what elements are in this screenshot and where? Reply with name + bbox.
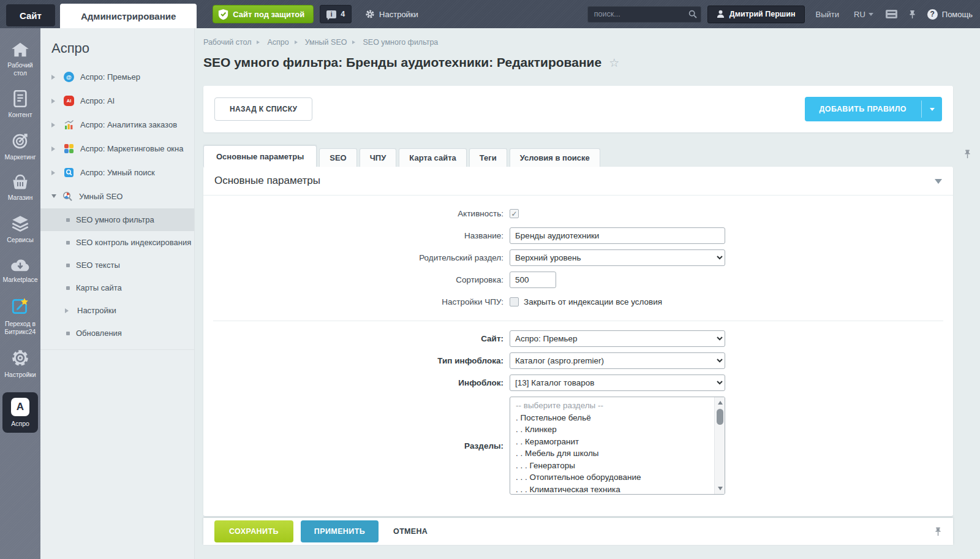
- add-rule-dropdown[interactable]: [922, 97, 942, 121]
- rail-item-aspro[interactable]: A Аспро: [2, 392, 38, 433]
- parent-section-select[interactable]: Верхний уровень: [510, 249, 725, 266]
- sidebar-item-aspro-premier[interactable]: @ Аспро: Премьер: [40, 65, 194, 89]
- sections-multiselect[interactable]: -- выберите разделы -- . Постельное бель…: [510, 397, 725, 495]
- field-activity: Активность: ✓: [203, 205, 953, 222]
- document-icon: [13, 90, 28, 107]
- search-icon[interactable]: [688, 10, 697, 18]
- cancel-button[interactable]: ОТМЕНА: [393, 527, 428, 536]
- sections-option[interactable]: . . . Климатическая техника: [510, 484, 714, 495]
- activity-checkbox[interactable]: ✓: [510, 209, 519, 218]
- breadcrumb-desktop[interactable]: Рабочий стол: [203, 38, 251, 47]
- form-divider: [213, 321, 943, 321]
- shield-check-icon: [218, 9, 228, 20]
- breadcrumb-seo-smart-filter[interactable]: SEO умного фильтра: [363, 38, 438, 47]
- sections-option[interactable]: . . Мебель для школы: [510, 447, 714, 460]
- chevron-right-icon: [51, 99, 58, 104]
- save-button[interactable]: СОХРАНИТЬ: [214, 520, 293, 542]
- rail-item-bitrix24[interactable]: Переход в Битрикс24: [1, 297, 39, 335]
- pin-icon[interactable]: [934, 527, 942, 537]
- collapse-section-icon[interactable]: [935, 179, 942, 188]
- tab-site[interactable]: Сайт: [6, 4, 55, 26]
- bullet-icon: [66, 286, 70, 290]
- rail-item-marketplace[interactable]: Marketplace: [1, 257, 39, 284]
- apply-button[interactable]: ПРИМЕНИТЬ: [301, 520, 379, 542]
- sidebar-subitem-settings[interactable]: Настройки: [40, 299, 194, 322]
- rail-item-shop[interactable]: Магазин: [1, 174, 39, 202]
- help-button[interactable]: ? Помощь: [927, 9, 973, 20]
- language-switcher[interactable]: RU: [854, 10, 873, 19]
- cloud-download-icon: [10, 257, 30, 272]
- sidebar-divider: [40, 349, 194, 350]
- sidebar-item-aspro-ai[interactable]: AI Аспро: AI: [40, 89, 194, 113]
- sidebar-item-aspro-analytics[interactable]: Аспро: Аналитика заказов: [40, 113, 194, 137]
- sidebar-item-aspro-marketing-windows[interactable]: Аспро: Маркетинговые окна: [40, 137, 194, 161]
- chevron-right-icon: [65, 308, 71, 313]
- tab-sitemap[interactable]: Карта сайта: [399, 148, 467, 167]
- rail-item-settings[interactable]: Настройки: [1, 349, 39, 379]
- tab-chpu[interactable]: ЧПУ: [360, 148, 397, 167]
- sidebar-item-aspro-smart-search[interactable]: Аспро: Умный поиск: [40, 161, 194, 184]
- favorite-star-icon[interactable]: ☆: [609, 56, 619, 70]
- chevron-down-icon: [869, 13, 873, 18]
- sidebar-subitem-seo-index-control[interactable]: SEO контроль индексирования: [40, 231, 194, 254]
- sections-option[interactable]: . . . Отопительное оборудование: [510, 471, 714, 484]
- rail-item-content[interactable]: Контент: [1, 90, 39, 119]
- form-card: Основные параметры Активность: ✓ Названи…: [203, 167, 953, 516]
- scroll-up-icon[interactable]: [715, 398, 725, 407]
- breadcrumb-aspro[interactable]: Аспро: [267, 38, 288, 47]
- logout-link[interactable]: Выйти: [816, 10, 840, 19]
- hotkeys-icon[interactable]: [886, 10, 897, 18]
- sidebar-subitem-seo-texts[interactable]: SEO тексты: [40, 254, 194, 276]
- pin-icon[interactable]: [963, 149, 971, 159]
- field-iblock-type: Тип инфоблока: Каталог (aspro.premier): [203, 352, 953, 369]
- sections-option[interactable]: . . Керамогранит: [510, 436, 714, 448]
- tab-main-params[interactable]: Основные параметры: [203, 145, 317, 167]
- listbox-scrollbar[interactable]: [714, 397, 725, 494]
- header-settings-button[interactable]: Настройки: [365, 9, 418, 19]
- field-sections: Разделы: -- выберите разделы -- . Постел…: [203, 397, 953, 495]
- rail-item-marketing[interactable]: Маркетинг: [1, 132, 39, 161]
- tab-search-conditions[interactable]: Условия в поиске: [510, 148, 600, 167]
- search-input[interactable]: [587, 6, 701, 23]
- rail-item-services[interactable]: Сервисы: [1, 215, 39, 244]
- back-to-list-button[interactable]: НАЗАД К СПИСКУ: [214, 97, 312, 121]
- sort-input[interactable]: [510, 272, 556, 288]
- sections-option[interactable]: . . Клинкер: [510, 424, 714, 436]
- site-protected-button[interactable]: Сайт под защитой: [213, 5, 314, 23]
- sections-option[interactable]: -- выберите разделы --: [510, 400, 714, 412]
- sections-option[interactable]: . Постельное бельё: [510, 412, 714, 424]
- close-from-indexing-checkbox[interactable]: [510, 297, 519, 306]
- sidebar-subitem-sitemaps[interactable]: Карты сайта: [40, 276, 194, 299]
- smart-seo-icon: [62, 191, 73, 202]
- bullet-icon: [66, 332, 70, 335]
- iblock-select[interactable]: [13] Каталог товаров: [510, 375, 725, 391]
- bitrix24-icon: [10, 297, 30, 316]
- chevron-right-icon: [51, 170, 58, 175]
- breadcrumb: Рабочий стол Аспро Умный SEO SEO умного …: [195, 28, 980, 47]
- scrollbar-thumb[interactable]: [717, 409, 723, 425]
- page-title: SEO умного фильтра: Бренды аудиотехники:…: [203, 55, 601, 70]
- add-rule-button[interactable]: ДОБАВИТЬ ПРАВИЛО: [805, 97, 942, 121]
- tab-seo[interactable]: SEO: [319, 148, 356, 167]
- sections-option[interactable]: . . . Генераторы: [510, 460, 714, 472]
- site-select[interactable]: Аспро: Премьер: [510, 330, 725, 347]
- scroll-down-icon[interactable]: [715, 484, 725, 493]
- form-action-bar: СОХРАНИТЬ ПРИМЕНИТЬ ОТМЕНА: [203, 518, 953, 545]
- field-sort: Сортировка:: [203, 272, 953, 288]
- sidebar-subitem-updates[interactable]: Обновления: [40, 322, 194, 344]
- user-menu-button[interactable]: Дмитрий Першин: [707, 6, 805, 23]
- sidebar-item-smart-seo[interactable]: Умный SEO: [40, 184, 194, 208]
- iblock-type-select[interactable]: Каталог (aspro.premier): [510, 352, 725, 369]
- top-header: Сайт Администрирование Сайт под защитой …: [0, 0, 980, 28]
- field-site: Сайт: Аспро: Премьер: [203, 330, 953, 347]
- notifications-button[interactable]: i 4: [320, 5, 352, 23]
- sidebar-subitem-seo-smart-filter[interactable]: SEO умного фильтра: [40, 208, 194, 231]
- rail-item-desktop[interactable]: Рабочий стол: [1, 42, 39, 77]
- name-input[interactable]: [510, 227, 725, 244]
- pin-icon[interactable]: [908, 10, 916, 19]
- tab-tags[interactable]: Теги: [469, 148, 507, 167]
- breadcrumb-smart-seo[interactable]: Умный SEO: [305, 38, 347, 47]
- bullet-icon: [66, 241, 70, 245]
- tab-administration[interactable]: Администрирование: [60, 4, 197, 28]
- windows-icon: [64, 143, 74, 154]
